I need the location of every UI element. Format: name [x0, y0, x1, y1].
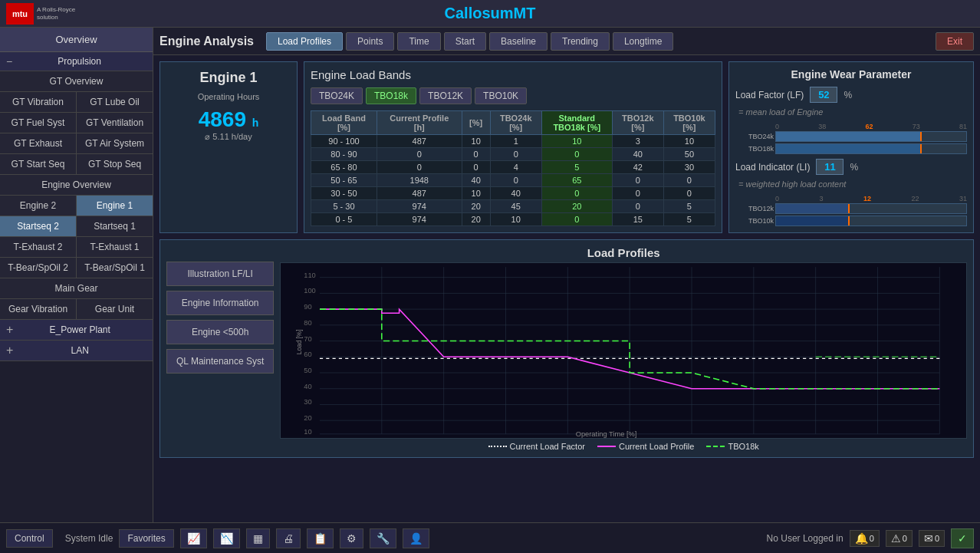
warning-count: 0 — [903, 534, 907, 543]
sidebar-section-epower[interactable]: + E_Power Plant — [0, 320, 153, 341]
sidebar-section-propulsion[interactable]: − Propulsion — [0, 52, 153, 71]
chart-title: Load Profiles — [280, 246, 967, 259]
svg-text:60: 60 — [686, 437, 693, 439]
col-header-tbo10k: TBO10k[%] — [663, 111, 715, 135]
sidebar-item-texhaust2[interactable]: T-Exhaust 2 — [0, 237, 77, 257]
svg-text:0: 0 — [320, 437, 324, 439]
tbo-btn-10k[interactable]: TBO10K — [475, 87, 527, 104]
table-cell: 65 - 80 — [311, 161, 377, 174]
nav-btn-baseline[interactable]: Baseline — [489, 32, 548, 51]
nav-btn-points[interactable]: Points — [346, 32, 394, 51]
table-cell: 40 — [490, 187, 541, 200]
sidebar-section-lan[interactable]: + LAN — [0, 341, 153, 361]
legend-current-load-profile: Current Load Profile — [597, 442, 694, 451]
sidebar-item-gear-vibration[interactable]: Gear Vibration — [0, 299, 77, 319]
print-icon-btn[interactable]: 🖨 — [276, 528, 301, 548]
legend-tbo18k: TBO18k — [706, 442, 758, 451]
svg-text:100: 100 — [304, 287, 317, 295]
legend-label-clp: Current Load Profile — [619, 442, 694, 451]
svg-text:10: 10 — [304, 428, 312, 436]
checkmark-button[interactable]: ✓ — [951, 528, 974, 548]
table-icon-btn[interactable]: ▦ — [246, 528, 270, 548]
sidebar-item-engine-overview[interactable]: Engine Overview — [0, 175, 153, 196]
nav-btn-start[interactable]: Start — [444, 32, 486, 51]
col-header-tbo18k: StandardTBO18k [%] — [541, 111, 612, 135]
tbo-btn-24k[interactable]: TBO24K — [311, 87, 363, 104]
li-label: Load Indicator (LI) — [735, 162, 810, 173]
table-cell: 0 — [462, 161, 490, 174]
sidebar-item-startseq1[interactable]: Startseq 1 — [77, 216, 153, 236]
chart-section: Illustration LF/LI Engine Information En… — [159, 239, 974, 458]
chart-btn-engine-info[interactable]: Engine Information — [166, 291, 274, 315]
sidebar-row-tbear: T-Bear/SpOil 2 T-Bear/SpOil 1 — [0, 258, 153, 278]
svg-text:90: 90 — [871, 437, 879, 439]
control-button[interactable]: Control — [6, 529, 53, 548]
sidebar-item-tbear2[interactable]: T-Bear/SpOil 2 — [0, 258, 77, 278]
sidebar-item-gt-ventilation[interactable]: GT Ventilation — [77, 113, 153, 133]
epower-label: E_Power Plant — [49, 324, 110, 335]
col-header-current-pct: [%] — [462, 111, 490, 135]
sidebar-item-gear-unit[interactable]: Gear Unit — [77, 299, 153, 319]
tbo-btn-18k[interactable]: TBO18k — [366, 87, 416, 104]
table-cell: 0 — [490, 174, 541, 187]
tbo-btn-12k[interactable]: TBO12K — [419, 87, 472, 104]
svg-text:70: 70 — [304, 335, 312, 343]
sidebar-item-overview[interactable]: Overview — [0, 28, 153, 52]
sidebar-item-startseq2[interactable]: Startseq 2 — [0, 216, 77, 236]
sidebar-item-gt-air-system[interactable]: GT Air System — [77, 133, 153, 153]
chart-legend: Current Load Factor Current Load Profile… — [280, 442, 967, 451]
chart-btn-illustration[interactable]: Illustration LF/LI — [166, 262, 274, 286]
svg-text:40: 40 — [304, 383, 312, 390]
nav-btn-exit[interactable]: Exit — [936, 32, 974, 51]
sidebar-item-engine2[interactable]: Engine 2 — [0, 196, 77, 216]
table-cell: 0 — [377, 161, 462, 174]
sidebar-item-texhaust1[interactable]: T-Exhaust 1 — [77, 237, 153, 257]
chart-line-icon-btn[interactable]: 📈 — [180, 528, 207, 548]
table-cell: 65 — [541, 174, 612, 187]
expand-epower-icon: + — [6, 323, 13, 337]
chart-btn-engine-500h[interactable]: Engine <500h — [166, 320, 274, 344]
copy-icon-btn[interactable]: 📋 — [307, 528, 334, 548]
lf-label: Load Factor (LF) — [735, 90, 804, 100]
nav-btn-trending[interactable]: Trending — [551, 32, 610, 51]
nav-btn-load-profiles[interactable]: Load Profiles — [266, 32, 343, 51]
sidebar-item-tbear1[interactable]: T-Bear/SpOil 1 — [77, 258, 153, 278]
user-icon-btn[interactable]: 👤 — [403, 528, 429, 548]
sidebar-row-fuel-ventilation: GT Fuel Syst GT Ventilation — [0, 113, 153, 133]
col-header-current-h: Current Profile[h] — [377, 111, 462, 135]
svg-text:60: 60 — [304, 351, 312, 358]
sidebar-item-gt-lube-oil[interactable]: GT Lube Oil — [77, 92, 153, 112]
table-cell: 0 — [663, 174, 715, 187]
table-cell: 30 - 50 — [311, 187, 377, 200]
nav-btn-time[interactable]: Time — [397, 32, 440, 51]
collapse-propulsion-icon[interactable]: − — [6, 55, 12, 67]
nav-btn-longtime[interactable]: Longtime — [613, 32, 673, 51]
favorites-button[interactable]: Favorites — [119, 529, 173, 548]
sidebar-row-engine2-engine1: Engine 2 Engine 1 — [0, 196, 153, 216]
table-cell: 10 — [462, 187, 490, 200]
sidebar-item-gt-overview[interactable]: GT Overview — [0, 71, 153, 92]
chart-btn-ql-maintenance[interactable]: QL Maintenance Syst — [166, 349, 274, 374]
sidebar-item-gt-exhaust[interactable]: GT Exhaust — [0, 133, 77, 153]
table-cell: 0 — [462, 148, 490, 161]
sidebar: Overview − Propulsion GT Overview GT Vib… — [0, 28, 153, 522]
sidebar-item-gt-vibration[interactable]: GT Vibration — [0, 92, 77, 112]
sidebar-item-gt-fuel-syst[interactable]: GT Fuel Syst — [0, 113, 77, 133]
sidebar-item-main-gear[interactable]: Main Gear — [0, 278, 153, 299]
sidebar-item-gt-stop-seq[interactable]: GT Stop Seq — [77, 154, 153, 174]
svg-text:Load [%]: Load [%] — [295, 329, 303, 354]
engine-card-title: Engine 1 — [168, 70, 289, 86]
svg-text:90: 90 — [304, 303, 312, 311]
engine-rate: ⌀ 5.11 h/day — [168, 132, 289, 142]
chart-area-icon-btn[interactable]: 📉 — [213, 528, 240, 548]
li-row: Load Indicator (LI) 11 % — [735, 159, 967, 175]
wrench-icon-btn[interactable]: 🔧 — [370, 528, 396, 548]
sidebar-item-gt-start-seq[interactable]: GT Start Seq — [0, 154, 77, 174]
settings-icon-btn[interactable]: ⚙ — [340, 528, 363, 548]
table-row: 5 - 3097420452005 — [311, 200, 715, 213]
alert-warning: ⚠ 0 — [886, 530, 913, 547]
svg-text:20: 20 — [441, 437, 449, 439]
sidebar-item-engine1[interactable]: Engine 1 — [77, 196, 153, 216]
page-title: Engine Analysis — [159, 35, 254, 48]
load-profiles-chart: 110 100 90 80 70 60 50 40 30 20 10 — [280, 262, 967, 439]
